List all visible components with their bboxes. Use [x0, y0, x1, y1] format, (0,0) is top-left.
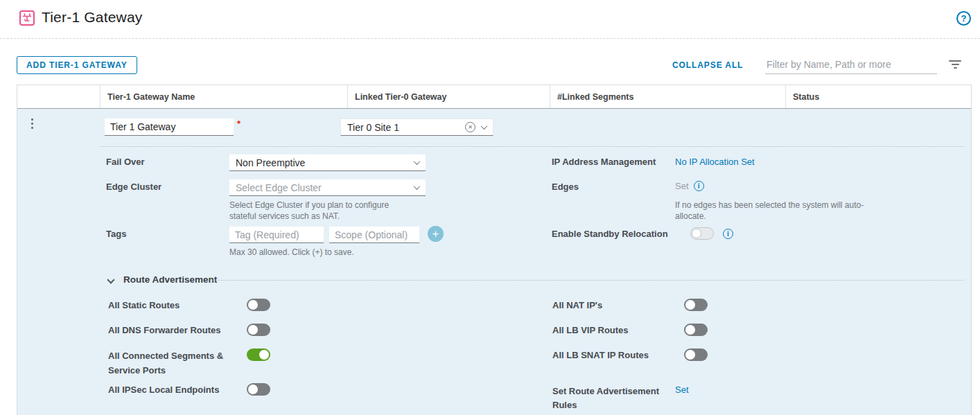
edges-set-group: Set i — [675, 181, 704, 191]
toggle-all-dns-forwarder-routes[interactable] — [247, 324, 270, 336]
linked-tier0-select[interactable]: Tier 0 Site 1 ✕ — [340, 118, 493, 136]
toggle-label-all-lb-vip-routes: All LB VIP Routes — [552, 325, 629, 336]
edge-cluster-select[interactable]: Select Edge Cluster — [229, 179, 426, 196]
page-title: Tier-1 Gateway — [42, 9, 143, 26]
ip-allocation-link[interactable]: No IP Allocation Set — [675, 157, 755, 167]
edge-cluster-helper-text: Select Edge Cluster if you plan to confi… — [229, 200, 411, 222]
column-header-menu — [17, 85, 100, 108]
toggle-label-all-lb-snat-ip-routes: All LB SNAT IP Routes — [552, 350, 649, 361]
toggle-all-nat-ips[interactable] — [684, 299, 708, 311]
linked-tier0-value: Tier 0 Site 1 — [347, 122, 465, 133]
add-tag-button[interactable]: + — [428, 226, 444, 242]
scope-input[interactable] — [329, 227, 419, 243]
route-advertisement-separator — [211, 280, 964, 281]
toggle-all-lb-snat-ip-routes[interactable] — [684, 348, 708, 361]
filter-field — [765, 58, 937, 74]
toggle-label-all-connected-segments: All Connected Segments & Service Ports — [108, 348, 240, 378]
tier1-gateway-page: Tier-1 Gateway ? ADD TIER-1 GATEWAY COLL… — [0, 0, 980, 415]
tags-helper-text: Max 30 allowed. Click (+) to save. — [229, 247, 354, 258]
info-icon[interactable]: i — [694, 181, 704, 191]
table-header-row: Tier-1 Gateway Name Linked Tier-0 Gatewa… — [17, 85, 971, 109]
toggle-label-all-dns-forwarder-routes: All DNS Forwarder Routes — [108, 325, 221, 336]
standby-relocation-label: Enable Standby Relocation — [552, 229, 668, 240]
column-header-status: Status — [785, 85, 971, 108]
route-advertisement-title[interactable]: Route Advertisement — [123, 274, 217, 285]
toggle-all-connected-segments[interactable] — [247, 348, 270, 361]
gateway-table: Tier-1 Gateway Name Linked Tier-0 Gatewa… — [17, 85, 972, 415]
chevron-down-icon — [481, 123, 488, 130]
toggle-label-all-static-routes: All Static Routes — [108, 300, 180, 311]
fail-over-select[interactable]: Non Preemptive — [229, 154, 426, 171]
set-route-advertisement-rules-link[interactable]: Set — [675, 385, 689, 395]
collapse-all-link[interactable]: COLLAPSE ALL — [672, 60, 743, 70]
toggle-all-ipsec-local-endpoints[interactable] — [247, 383, 270, 396]
edges-set-disabled: Set — [675, 181, 689, 191]
clear-selection-icon[interactable]: ✕ — [465, 122, 475, 132]
filter-input[interactable] — [765, 58, 937, 74]
set-route-advertisement-rules-label: Set Route Advertisement Rules — [552, 385, 665, 412]
required-asterisk: * — [237, 118, 240, 129]
gateway-name-input[interactable] — [105, 118, 234, 136]
filter-icon[interactable] — [948, 60, 962, 70]
tags-label: Tags — [106, 229, 126, 240]
section-separator — [100, 146, 964, 147]
chevron-down-icon — [414, 183, 421, 190]
toggle-label-all-nat-ips: All NAT IP's — [552, 300, 602, 311]
tier1-gateway-icon — [19, 10, 35, 26]
chevron-down-icon — [414, 158, 421, 165]
toggle-all-lb-vip-routes[interactable] — [684, 324, 708, 336]
info-icon[interactable]: i — [723, 229, 733, 239]
tag-input[interactable] — [229, 227, 324, 243]
column-header-linked-t0: Linked Tier-0 Gateway — [347, 85, 550, 108]
toggle-label-all-ipsec-local-endpoints: All IPSec Local Endpoints — [108, 385, 219, 396]
edge-cluster-label: Edge Cluster — [106, 182, 161, 193]
edges-label: Edges — [552, 182, 579, 193]
route-advertisement-chevron-icon[interactable] — [107, 276, 114, 283]
row-menu-kebab-icon[interactable] — [30, 117, 35, 130]
fail-over-value: Non Preemptive — [236, 157, 414, 168]
add-tier1-gateway-button[interactable]: ADD TIER-1 GATEWAY — [17, 56, 137, 74]
gateway-edit-row: * Tier 0 Site 1 ✕ Fail Over Non Preempti… — [17, 109, 971, 415]
column-header-name: Tier-1 Gateway Name — [100, 85, 347, 108]
header-separator — [0, 38, 980, 39]
standby-relocation-toggle[interactable] — [690, 227, 714, 240]
edge-cluster-placeholder: Select Edge Cluster — [236, 182, 414, 193]
fail-over-label: Fail Over — [106, 157, 145, 168]
column-header-linked-segments: #Linked Segments — [550, 85, 785, 108]
help-icon[interactable]: ? — [956, 11, 971, 26]
toggle-all-static-routes[interactable] — [247, 299, 270, 311]
edges-helper-text: If no edges has been selected the system… — [675, 200, 884, 222]
ip-address-management-label: IP Address Management — [552, 157, 656, 168]
